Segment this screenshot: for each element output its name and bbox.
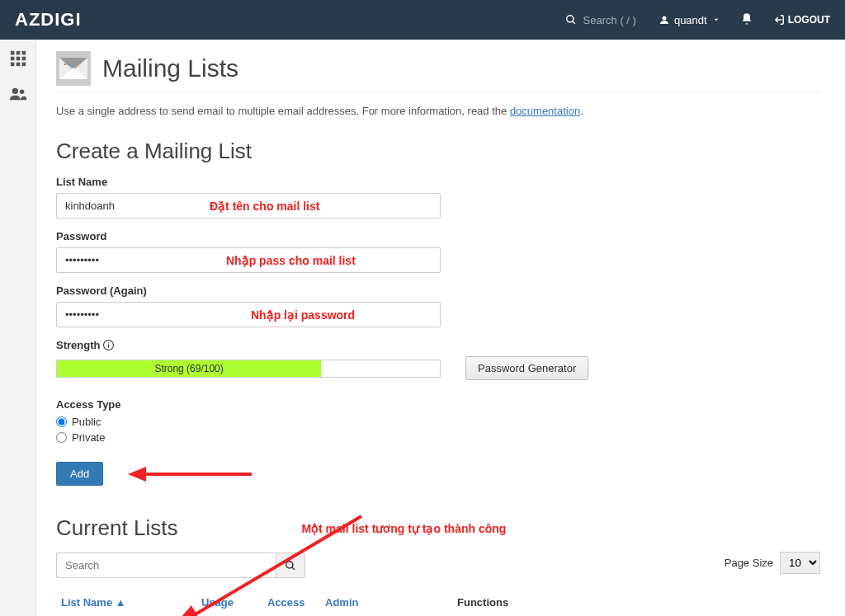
intro-text: Use a single address to send email to mu… bbox=[56, 105, 820, 117]
annotation-arrow-left bbox=[128, 463, 252, 485]
users-icon[interactable] bbox=[9, 85, 27, 106]
col-admin[interactable]: Admin bbox=[320, 588, 452, 616]
svg-rect-8 bbox=[21, 57, 26, 61]
strength-label: Strength bbox=[56, 339, 820, 351]
page-title: Mailing Lists bbox=[102, 54, 238, 82]
logout-icon bbox=[773, 14, 785, 26]
password2-label: Password (Again) bbox=[56, 284, 820, 297]
mail-icon bbox=[56, 51, 91, 86]
intro-prefix: Use a single address to send email to mu… bbox=[56, 105, 510, 117]
svg-rect-11 bbox=[21, 63, 26, 67]
listname-label: List Name bbox=[56, 176, 820, 188]
svg-point-13 bbox=[19, 90, 24, 95]
svg-line-26 bbox=[292, 567, 295, 569]
current-annotation: Một mail list tương tự tạo thành công bbox=[301, 522, 506, 535]
add-button[interactable]: Add bbox=[56, 462, 103, 486]
svg-rect-6 bbox=[10, 57, 14, 61]
col-usage[interactable]: Usage bbox=[196, 588, 262, 616]
main-content: Mailing Lists Use a single address to se… bbox=[36, 40, 845, 616]
topbar: AZDIGI Search ( / ) quandt LOGOUT bbox=[0, 0, 845, 40]
svg-rect-7 bbox=[16, 57, 20, 61]
listname-input[interactable] bbox=[56, 193, 441, 219]
svg-marker-24 bbox=[128, 467, 146, 482]
info-icon[interactable] bbox=[103, 340, 114, 350]
svg-point-25 bbox=[286, 561, 293, 567]
col-functions: Functions bbox=[452, 588, 820, 616]
search-icon bbox=[565, 14, 577, 26]
strength-meter: Strong (69/100) bbox=[56, 360, 441, 378]
bell-icon bbox=[740, 12, 753, 26]
search-input[interactable] bbox=[56, 553, 276, 578]
access-type-label: Access Type bbox=[56, 398, 820, 411]
pagesize-group: Page Size 10 bbox=[725, 552, 820, 574]
global-search[interactable]: Search ( / ) bbox=[565, 14, 636, 26]
user-icon bbox=[659, 15, 669, 25]
svg-point-2 bbox=[662, 16, 666, 21]
apps-grid-icon[interactable] bbox=[9, 49, 27, 70]
pagesize-select[interactable]: 10 bbox=[780, 552, 820, 574]
access-private-label: Private bbox=[72, 431, 105, 444]
search-icon bbox=[285, 560, 296, 571]
svg-rect-9 bbox=[10, 63, 14, 67]
svg-rect-18 bbox=[67, 63, 68, 65]
create-heading: Create a Mailing List bbox=[56, 139, 820, 164]
brand: AZDIGI bbox=[15, 9, 82, 31]
svg-rect-19 bbox=[69, 63, 71, 65]
password-generator-button[interactable]: Password Generator bbox=[465, 356, 588, 380]
svg-rect-21 bbox=[108, 344, 109, 347]
logout-label: LOGOUT bbox=[788, 14, 830, 26]
user-menu[interactable]: quandt bbox=[659, 14, 720, 26]
pagesize-label: Page Size bbox=[725, 557, 773, 569]
svg-point-0 bbox=[566, 16, 573, 22]
password-input[interactable] bbox=[56, 247, 441, 273]
logout-button[interactable]: LOGOUT bbox=[773, 14, 830, 26]
notifications-button[interactable] bbox=[740, 12, 753, 28]
search-group bbox=[56, 553, 305, 578]
caret-down-icon bbox=[712, 16, 720, 24]
svg-point-12 bbox=[12, 88, 17, 94]
strength-text: Strong (69/100) bbox=[57, 360, 321, 377]
svg-line-1 bbox=[572, 21, 574, 24]
access-public-radio[interactable]: Public bbox=[56, 416, 820, 428]
search-button[interactable] bbox=[276, 553, 305, 578]
password2-input[interactable] bbox=[56, 302, 441, 327]
svg-rect-10 bbox=[16, 63, 20, 67]
svg-rect-4 bbox=[16, 51, 20, 55]
svg-rect-3 bbox=[10, 51, 14, 55]
password-label: Password bbox=[56, 230, 820, 242]
svg-rect-17 bbox=[64, 63, 66, 65]
lists-table: List Name ▲ Usage Access Admin Functions… bbox=[56, 588, 820, 616]
svg-rect-22 bbox=[108, 342, 109, 343]
svg-rect-5 bbox=[21, 51, 26, 55]
access-public-label: Public bbox=[72, 416, 101, 428]
search-placeholder: Search ( / ) bbox=[583, 14, 636, 26]
current-heading: Current Lists bbox=[56, 515, 177, 541]
access-private-radio[interactable]: Private bbox=[56, 431, 820, 444]
username: quandt bbox=[674, 14, 707, 26]
documentation-link[interactable]: documentation bbox=[510, 105, 580, 117]
col-listname[interactable]: List Name ▲ bbox=[56, 588, 196, 616]
intro-suffix: . bbox=[580, 105, 583, 117]
col-access[interactable]: Access bbox=[262, 588, 320, 616]
sidebar bbox=[0, 40, 36, 616]
